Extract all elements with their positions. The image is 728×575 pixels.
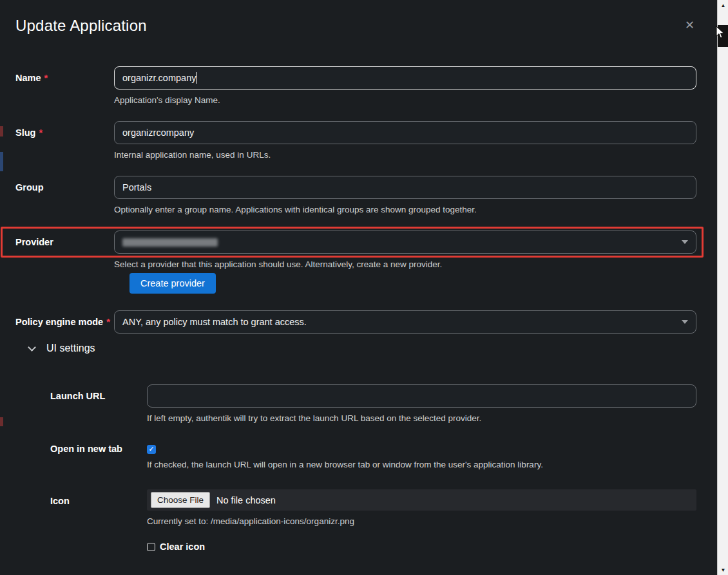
name-field-row: Name* organizr.company Application's dis… xyxy=(15,66,696,105)
dropdown-caret-icon xyxy=(682,240,688,244)
provider-label: Provider xyxy=(15,231,114,247)
slug-field-row: Slug* organizrcompany Internal applicati… xyxy=(15,121,696,160)
group-input-value: Portals xyxy=(122,182,151,193)
ui-settings-section-label: UI settings xyxy=(46,343,95,354)
provider-select[interactable] xyxy=(114,231,696,254)
name-help-text: Application's display Name. xyxy=(114,95,696,105)
choose-file-button[interactable]: Choose File xyxy=(151,492,210,508)
name-label: Name* xyxy=(15,66,114,83)
scrollbar-thumb[interactable] xyxy=(718,25,728,47)
scroll-down-icon[interactable]: ▼ xyxy=(718,565,728,575)
group-field-row: Group Portals Optionally enter a group n… xyxy=(15,176,696,214)
required-marker: * xyxy=(44,73,48,83)
text-cursor xyxy=(196,72,197,84)
page-title: Update Application xyxy=(15,17,696,35)
group-input[interactable]: Portals xyxy=(114,176,696,199)
create-provider-button[interactable]: Create provider xyxy=(129,273,216,294)
launch-url-field-row: Launch URL If left empty, authentik will… xyxy=(15,384,696,423)
icon-help-text: Currently set to: /media/application-ico… xyxy=(147,516,696,526)
dropdown-caret-icon xyxy=(682,320,688,324)
group-help-text: Optionally enter a group name. Applicati… xyxy=(114,205,696,214)
close-icon: ✕ xyxy=(685,19,694,32)
provider-field-row: Provider Select a provider that this app… xyxy=(15,231,696,269)
required-marker: * xyxy=(39,127,43,138)
name-input-value: organizr.company xyxy=(122,73,196,83)
chevron-down-icon[interactable] xyxy=(28,343,36,352)
scroll-up-icon[interactable]: ▲ xyxy=(718,0,728,10)
provider-help-text: Select a provider that this application … xyxy=(114,259,696,269)
open-in-new-tab-label: Open in new tab xyxy=(50,440,147,454)
group-label: Group xyxy=(15,176,114,193)
launch-url-label: Launch URL xyxy=(50,384,147,401)
update-application-modal: Update Application ✕ Name* organizr.comp… xyxy=(0,0,728,575)
clear-icon-checkbox[interactable] xyxy=(147,543,155,551)
policy-engine-mode-select[interactable]: ANY, any policy must match to grant acce… xyxy=(114,310,696,334)
vertical-scrollbar[interactable]: ▲ ▼ xyxy=(717,0,728,575)
launch-url-input[interactable] xyxy=(147,384,696,408)
provider-redacted-value xyxy=(122,238,218,247)
icon-label: Icon xyxy=(50,489,147,506)
slug-help-text: Internal application name, used in URLs. xyxy=(114,150,696,160)
clear-icon-label: Clear icon xyxy=(160,542,205,552)
icon-file-input[interactable]: Choose File No file chosen xyxy=(147,489,696,511)
slug-input[interactable]: organizrcompany xyxy=(114,121,696,144)
background-page-fragment xyxy=(0,126,3,137)
icon-field-row: Icon Choose File No file chosen Currentl… xyxy=(15,489,696,552)
file-chosen-status: No file chosen xyxy=(216,495,276,505)
name-input[interactable]: organizr.company xyxy=(114,66,696,90)
policy-engine-mode-value: ANY, any policy must match to grant acce… xyxy=(122,317,307,327)
ui-settings-section-header[interactable]: UI settings xyxy=(15,343,696,354)
policy-engine-mode-label: Policy engine mode* xyxy=(15,310,114,327)
clear-icon-row: Clear icon xyxy=(147,542,696,552)
close-button[interactable]: ✕ xyxy=(685,19,694,31)
provider-actions: Create provider xyxy=(129,273,696,294)
background-page-fragment xyxy=(0,417,3,426)
launch-url-help-text: If left empty, authentik will try to ext… xyxy=(147,413,696,423)
open-in-new-tab-row: Open in new tab ✓ If checked, the launch… xyxy=(15,440,696,469)
check-icon: ✓ xyxy=(148,446,154,453)
background-page-fragment xyxy=(0,152,3,171)
open-in-new-tab-help-text: If checked, the launch URL will open in … xyxy=(147,460,696,469)
slug-input-value: organizrcompany xyxy=(122,127,194,138)
slug-label: Slug* xyxy=(15,121,114,138)
open-in-new-tab-checkbox[interactable]: ✓ xyxy=(147,445,156,454)
policy-engine-mode-row: Policy engine mode* ANY, any policy must… xyxy=(15,310,696,334)
required-marker: * xyxy=(106,317,110,327)
modal-header: Update Application ✕ xyxy=(15,17,696,35)
